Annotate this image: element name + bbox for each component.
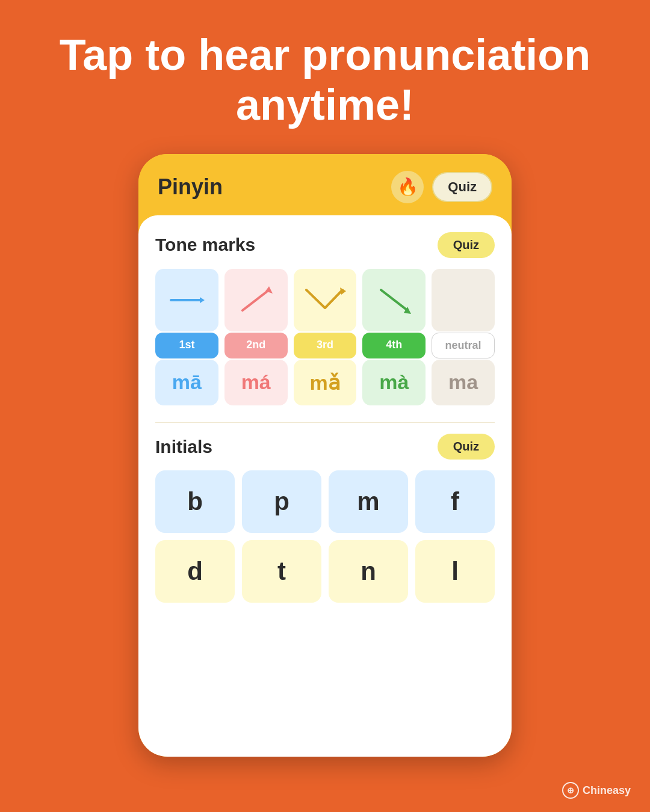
- initial-card-f[interactable]: f: [415, 470, 495, 533]
- flat-arrow-icon: [169, 291, 205, 309]
- tone-marks-title: Tone marks: [155, 235, 255, 255]
- svg-line-5: [381, 290, 407, 310]
- chineasy-logo: ⊕ Chineasy: [562, 782, 631, 799]
- header-right: 🔥 Quiz: [391, 171, 492, 203]
- initials-grid-row2: d t n l: [155, 540, 495, 603]
- initials-section: Initials Quiz b p m f d t n l: [155, 434, 495, 603]
- phone-mockup: Pinyin 🔥 Quiz Tone marks Quiz: [0, 154, 650, 757]
- tone-card-2nd[interactable]: [224, 269, 288, 332]
- svg-line-2: [243, 290, 269, 310]
- initial-card-d[interactable]: d: [155, 540, 235, 603]
- tone-card-3rd[interactable]: [294, 269, 357, 332]
- section-divider: [155, 422, 495, 423]
- tone-marks-quiz-button[interactable]: Quiz: [438, 232, 495, 258]
- initial-card-p[interactable]: p: [242, 470, 321, 533]
- chineasy-circle-icon: ⊕: [562, 782, 579, 799]
- tone-syllable-neutral[interactable]: ma: [432, 360, 495, 405]
- pinyin-title: Pinyin: [158, 174, 223, 200]
- phone-body-container: Pinyin 🔥 Quiz Tone marks Quiz: [138, 154, 512, 757]
- rising-arrow-icon: [238, 285, 274, 315]
- phone-header: Pinyin 🔥 Quiz: [138, 154, 512, 215]
- tone-marks-header: Tone marks Quiz: [155, 232, 495, 258]
- initial-card-b[interactable]: b: [155, 470, 235, 533]
- tone-syllable-4th[interactable]: mà: [362, 360, 426, 405]
- chineasy-brand-name: Chineasy: [583, 784, 631, 797]
- tone-label-4th[interactable]: 4th: [362, 333, 426, 358]
- tone-card-1st[interactable]: [155, 269, 218, 332]
- tone-arrow-grid: [155, 269, 495, 332]
- fire-badge[interactable]: 🔥: [391, 171, 424, 203]
- initial-card-t[interactable]: t: [242, 540, 321, 603]
- initial-card-n[interactable]: n: [329, 540, 408, 603]
- svg-marker-1: [200, 297, 205, 303]
- tone-label-neutral[interactable]: neutral: [432, 333, 495, 358]
- tone-card-4th[interactable]: [362, 269, 426, 332]
- initial-card-m[interactable]: m: [329, 470, 408, 533]
- tone-label-2nd[interactable]: 2nd: [224, 333, 288, 358]
- tone-syllable-3rd[interactable]: mǎ: [294, 360, 357, 405]
- tone-card-neutral[interactable]: [432, 269, 495, 332]
- header-quiz-button[interactable]: Quiz: [432, 172, 492, 202]
- tone-syllable-2nd[interactable]: má: [224, 360, 288, 405]
- tone-marks-section: Tone marks Quiz: [155, 232, 495, 406]
- tone-syllable-row: mā má mǎ mà ma: [155, 360, 495, 405]
- falling-arrow-icon: [376, 285, 412, 315]
- initial-card-l[interactable]: l: [415, 540, 495, 603]
- initials-header: Initials Quiz: [155, 434, 495, 460]
- tone-label-3rd[interactable]: 3rd: [294, 333, 357, 358]
- headline-text: Tap to hear pronunciation anytime!: [0, 0, 650, 154]
- svg-marker-4: [340, 288, 346, 295]
- initials-title: Initials: [155, 437, 212, 457]
- initials-quiz-button[interactable]: Quiz: [438, 434, 495, 460]
- tone-syllable-1st[interactable]: mā: [155, 360, 218, 405]
- initials-grid-row1: b p m f: [155, 470, 495, 533]
- tone-label-row: 1st 2nd 3rd 4th neutral: [155, 333, 495, 358]
- fire-icon: 🔥: [397, 177, 418, 197]
- tone-label-1st[interactable]: 1st: [155, 333, 218, 358]
- dipping-arrow-icon: [304, 285, 346, 315]
- phone-content: Tone marks Quiz: [138, 215, 512, 757]
